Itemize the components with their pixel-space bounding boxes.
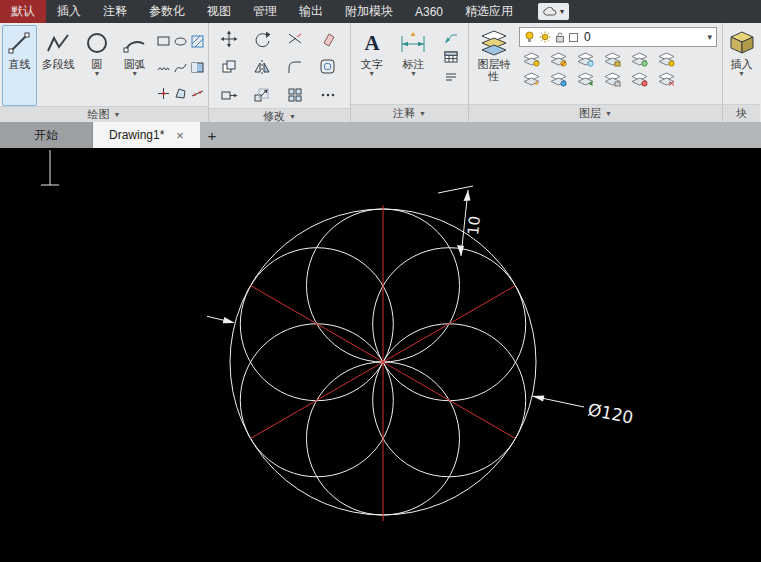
layer-thaw-button[interactable] [658, 52, 675, 67]
file-tab-drawing1[interactable]: Drawing1* × [93, 122, 200, 148]
table-tool-button[interactable] [443, 49, 459, 65]
line-tool-button[interactable]: 直线 [2, 25, 37, 106]
autocad-window: 默认 插入 注释 参数化 视图 管理 输出 附加模块 A360 精选应用 ▾ 直… [0, 0, 761, 562]
copy-tool-button[interactable] [213, 54, 244, 80]
insert-block-button[interactable]: 插入 ▼ [725, 25, 758, 104]
region-tool-button[interactable] [172, 80, 189, 106]
sun-icon [539, 31, 551, 43]
layer-delete-button[interactable] [658, 72, 675, 87]
layer-previous-button[interactable] [577, 72, 594, 87]
layer-unlock-button[interactable] [604, 72, 621, 87]
array-tool-button[interactable] [279, 82, 310, 108]
file-tab-start[interactable]: 开始 [0, 122, 93, 148]
layer-properties-label: 图层特性 [477, 58, 511, 82]
cloud-icon [543, 7, 557, 17]
connect-dropdown-button[interactable]: ▾ [538, 3, 569, 20]
modify-panel-content [209, 23, 350, 108]
chevron-down-icon[interactable]: ▼ [93, 71, 100, 77]
layer-off-button[interactable] [523, 52, 540, 67]
layers-panel-footer[interactable]: 图层 ▼ [469, 104, 722, 122]
divide-tool-button[interactable] [189, 80, 206, 106]
text-style-tool-button[interactable] [443, 69, 459, 85]
move-icon [220, 30, 238, 48]
ribbon-tab-annotate[interactable]: 注释 [92, 0, 138, 23]
circle-tool-button[interactable]: 圆 ▼ [79, 25, 114, 106]
point-tool-button[interactable] [155, 80, 172, 106]
leader-tool-button[interactable] [443, 29, 459, 45]
trim-tool-button[interactable] [279, 26, 310, 52]
new-tab-button[interactable]: + [200, 122, 224, 148]
fillet-icon [286, 58, 304, 76]
circle-tool-label: 圆 [91, 58, 102, 70]
layer-properties-icon [480, 29, 508, 57]
arc-tool-label: 圆弧 [124, 58, 146, 70]
cad-drawing: 10 Ø120 [0, 148, 761, 562]
erase-tool-button[interactable] [312, 26, 343, 52]
layer-match-button[interactable] [550, 72, 567, 87]
layer-on-button[interactable] [631, 52, 648, 67]
draw-panel-footer[interactable]: 绘图 ▼ [0, 106, 208, 122]
chevron-down-icon[interactable]: ▼ [131, 71, 138, 77]
gradient-tool-button[interactable] [189, 54, 206, 80]
dimension-arrow [223, 317, 235, 323]
hatch-tool-button[interactable] [189, 28, 206, 54]
ribbon-tab-manage[interactable]: 管理 [242, 0, 288, 23]
layer-lock-button[interactable] [604, 52, 621, 67]
scale-tool-button[interactable] [246, 82, 277, 108]
layer-combobox[interactable]: 0 ▾ [519, 27, 717, 47]
chevron-down-icon[interactable]: ▼ [410, 71, 417, 77]
ribbon-tab-parametric[interactable]: 参数化 [138, 0, 196, 23]
dimension-10[interactable]: 10 [438, 186, 484, 256]
scale-icon [253, 86, 271, 104]
chevron-down-icon: ▼ [605, 110, 612, 117]
offset-tool-button[interactable] [312, 54, 343, 80]
layer-tool-icon [577, 72, 594, 87]
gradient-icon [190, 60, 205, 75]
move-tool-button[interactable] [213, 26, 244, 52]
dimension-tool-label: 标注 [402, 58, 424, 70]
layers-panel-content: 图层特性 0 ▾ [469, 23, 722, 104]
polyline-tool-button[interactable]: 多段线 [39, 25, 78, 106]
layer-isolate-button[interactable] [550, 52, 567, 67]
ribbon-tab-view[interactable]: 视图 [196, 0, 242, 23]
left-dimension-arrow[interactable] [207, 316, 235, 323]
ribbon-tab-default[interactable]: 默认 [0, 0, 46, 23]
layer-merge-button[interactable] [631, 72, 648, 87]
close-tab-icon[interactable]: × [176, 129, 184, 142]
ribbon-tab-output[interactable]: 输出 [288, 0, 334, 23]
block-panel-content: 插入 ▼ [723, 23, 760, 104]
arc-tool-button[interactable]: 圆弧 ▼ [116, 25, 153, 106]
ribbon-tab-featured-apps[interactable]: 精选应用 [454, 0, 524, 23]
layer-tool-icon [523, 72, 540, 87]
more-modify-tools-button[interactable] [312, 82, 343, 108]
drawing-canvas[interactable]: 10 Ø120 [0, 148, 761, 562]
annotate-panel-footer[interactable]: 注释 ▼ [351, 104, 468, 122]
chevron-down-icon[interactable]: ▼ [738, 71, 745, 77]
fillet-tool-button[interactable] [279, 54, 310, 80]
mirror-tool-button[interactable] [246, 54, 277, 80]
chevron-down-icon[interactable]: ▾ [707, 32, 712, 42]
spline-tool-button[interactable] [172, 54, 189, 80]
layer-tool-icon [604, 72, 621, 87]
divide-icon [190, 86, 205, 101]
ribbon-tab-a360[interactable]: A360 [404, 0, 454, 23]
rectangle-tool-button[interactable] [155, 28, 172, 54]
draw-panel-footer-label: 绘图 [88, 107, 110, 122]
line-icon [6, 29, 32, 57]
dimension-diameter[interactable]: Ø120 [532, 396, 635, 428]
text-tool-button[interactable]: A 文字 ▼ [353, 25, 391, 104]
stretch-tool-button[interactable] [213, 82, 244, 108]
block-panel-footer[interactable]: 块 [723, 104, 760, 122]
ribbon-tab-addons[interactable]: 附加模块 [334, 0, 404, 23]
layer-make-current-button[interactable] [523, 72, 540, 87]
layer-properties-button[interactable]: 图层特性 [471, 25, 517, 104]
ellipse-tool-button[interactable] [172, 28, 189, 54]
ribbon-tab-insert[interactable]: 插入 [46, 0, 92, 23]
layer-freeze-button[interactable] [577, 52, 594, 67]
revision-cloud-tool-button[interactable] [155, 54, 172, 80]
chevron-down-icon[interactable]: ▼ [368, 71, 375, 77]
rotate-tool-button[interactable] [246, 26, 277, 52]
dimension-tool-button[interactable]: 标注 ▼ [393, 25, 435, 104]
crosshair-cursor [41, 150, 59, 185]
svg-text:A: A [364, 31, 380, 55]
